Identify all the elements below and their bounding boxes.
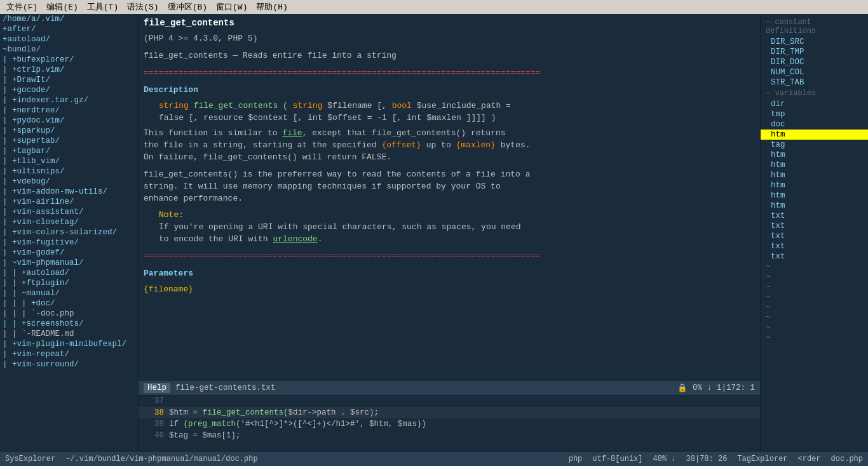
rp-var-tag[interactable]: tag <box>761 140 868 150</box>
note-link[interactable]: urlencode <box>273 234 317 244</box>
sidebar-item-32[interactable]: | +vim-plugin-minibufexpl/ <box>0 339 138 349</box>
rp-dir-doc[interactable]: DIR_DOC <box>761 57 868 67</box>
help-desc-section: Description <box>144 84 755 97</box>
status-position: 0% ↓ 1|172: 1 <box>693 383 755 392</box>
rp-var-htm1[interactable]: htm <box>761 150 868 160</box>
menu-help[interactable]: 帮助(H) <box>252 0 291 14</box>
sidebar-item-9[interactable]: | +nerdtree/ <box>0 105 138 116</box>
sidebar-item-34[interactable]: | +vim-surround/ <box>0 359 138 369</box>
rp-var-htm3[interactable]: htm <box>761 170 868 180</box>
rp-var-htm2[interactable]: htm <box>761 160 868 170</box>
menu-file[interactable]: 文件(F) <box>3 0 41 14</box>
sidebar-item-5[interactable]: | +ctrlp.vim/ <box>0 65 138 75</box>
rp-var-htm4[interactable]: htm <box>761 180 868 190</box>
help-sep1: ========================================… <box>144 67 755 79</box>
desc2-rest: bytes. <box>496 140 531 150</box>
help-area[interactable]: file_get_contents (PHP 4 >= 4.3.0, PHP 5… <box>139 14 760 381</box>
sidebar-item-15[interactable]: | +ultisnips/ <box>0 166 138 176</box>
note-line1: If you're opening a URI with special cha… <box>159 222 521 232</box>
code-38-p1: $htm = <box>169 408 203 417</box>
desc1-link[interactable]: file <box>282 128 302 138</box>
sb-docphp: doc.php <box>831 455 863 463</box>
rp-var-tmp[interactable]: tmp <box>761 109 868 119</box>
rp-num-col[interactable]: NUM_COL <box>761 67 868 77</box>
status-help-tag: Help <box>144 383 170 393</box>
status-filename: file-get-contents.txt <box>175 383 670 392</box>
sidebar-item-6[interactable]: | +DrawIt/ <box>0 75 138 85</box>
sidebar-item-18[interactable]: | +vim-airline/ <box>0 197 138 207</box>
help-params-section: Parameters <box>144 268 755 280</box>
sidebar-item-31[interactable]: | | `-README.md <box>0 329 138 339</box>
sb-percent: 48% ↓ <box>653 455 676 463</box>
rp-var-htm5[interactable]: htm <box>761 190 868 201</box>
sb-rder: <rder <box>798 455 821 463</box>
sidebar-item-16[interactable]: | +vdebug/ <box>0 176 138 187</box>
rp-var-htm6[interactable]: htm <box>761 201 868 211</box>
code-line-38: 38 $htm = file_get_contents($dir->path .… <box>139 407 760 418</box>
sidebar-item-20[interactable]: | +vim-closetag/ <box>0 217 138 227</box>
sidebar-item-28[interactable]: | | | +doc/ <box>0 298 138 309</box>
statusbar: SysExplorer ~/.vim/bundle/vim-phpmanual/… <box>0 452 868 466</box>
rp-var-dir[interactable]: dir <box>761 99 868 109</box>
rp-var-txt5[interactable]: txt <box>761 251 868 262</box>
menu-tools[interactable]: 工具(T) <box>83 0 122 14</box>
sidebar-item-13[interactable]: | +tagbar/ <box>0 146 138 156</box>
sidebar-item-10[interactable]: | +pydoc.vim/ <box>0 116 138 126</box>
sidebar-item-8[interactable]: | +indexer.tar.gz/ <box>0 95 138 105</box>
sidebar-item-14[interactable]: | +tlib_vim/ <box>0 156 138 166</box>
desc6: enhance performance. <box>144 194 243 203</box>
rp-tilde1: ~ <box>761 262 868 272</box>
status-line-col: 1|172: 1 <box>717 383 755 392</box>
code-line-37: 37 <box>139 396 760 407</box>
rp-tilde8: ~ <box>761 333 868 343</box>
sidebar-item-22[interactable]: | +vim-fugitive/ <box>0 237 138 248</box>
sidebar-item-29[interactable]: | | | `-doc.php <box>0 309 138 319</box>
sidebar-item-1[interactable]: +after/ <box>0 24 138 34</box>
rp-section-constants: — constant definitions <box>761 17 868 37</box>
sidebar-item-11[interactable]: | +sparkup/ <box>0 126 138 136</box>
rp-var-txt4[interactable]: txt <box>761 241 868 251</box>
sidebar-item-24[interactable]: | ~vim-phpmanual/ <box>0 258 138 268</box>
rp-var-doc[interactable]: doc <box>761 119 868 130</box>
code-39-func: preg_match <box>188 420 236 429</box>
sidebar-item-12[interactable]: | +supertab/ <box>0 136 138 146</box>
help-note-block: Note: If you're opening a URI with speci… <box>159 210 755 246</box>
rp-dir-tmp[interactable]: DIR_TMP <box>761 47 868 57</box>
rp-var-txt2[interactable]: txt <box>761 221 868 231</box>
menu-edit[interactable]: 编辑(E) <box>43 0 81 14</box>
sidebar-item-30[interactable]: | | +screenshots/ <box>0 319 138 329</box>
note-end: . <box>318 234 323 244</box>
sidebar-item-4[interactable]: | +bufexplorer/ <box>0 55 138 65</box>
sb-encoding: utf-8[unix] <box>592 455 642 463</box>
help-signature-block: string file_get_contents ( string $filen… <box>159 100 755 124</box>
sig-rest1: ( <box>278 101 292 110</box>
desc2-mid: up to <box>421 140 456 150</box>
rp-str-tab[interactable]: STR_TAB <box>761 77 868 88</box>
sidebar-item-33[interactable]: | +vim-repeat/ <box>0 349 138 359</box>
sidebar-item-21[interactable]: | +vim-colors-solarized/ <box>0 227 138 237</box>
desc1-text: This function is similar to <box>144 128 282 138</box>
rp-var-htm-active[interactable]: htm <box>761 130 868 140</box>
sidebar-item-0[interactable]: /home/a/.vim/ <box>0 14 138 24</box>
sidebar-item-3[interactable]: ~bundle/ <box>0 44 138 55</box>
rp-section-variables: — variables <box>761 88 868 99</box>
rp-dir-src[interactable]: DIR_SRC <box>761 37 868 47</box>
menu-buffer[interactable]: 缓冲区(B) <box>164 0 211 14</box>
line-num-38: 38 <box>141 408 164 417</box>
sidebar-item-19[interactable]: | +vim-assistant/ <box>0 207 138 217</box>
sidebar-item-7[interactable]: | +gocode/ <box>0 85 138 95</box>
menu-window[interactable]: 窗口(W) <box>212 0 251 14</box>
rp-var-txt1[interactable]: txt <box>761 211 868 221</box>
rp-tilde3: ~ <box>761 282 868 292</box>
sidebar-item-2[interactable]: +autoload/ <box>0 34 138 44</box>
right-panel: — constant definitions DIR_SRC DIR_TMP D… <box>760 14 868 452</box>
sidebar-item-27[interactable]: | | ~manual/ <box>0 288 138 298</box>
sidebar-item-23[interactable]: | +vim-godef/ <box>0 248 138 258</box>
rp-var-txt3[interactable]: txt <box>761 231 868 241</box>
code-area[interactable]: 37 38 $htm = file_get_contents($dir->pat… <box>139 395 760 452</box>
sidebar-item-26[interactable]: | | +ftplugin/ <box>0 278 138 288</box>
menu-syntax[interactable]: 语法(S) <box>123 0 162 14</box>
sidebar-item-25[interactable]: | | +autoload/ <box>0 268 138 278</box>
desc1-rest: , except that file_get_contents() return… <box>302 128 506 138</box>
sidebar-item-17[interactable]: | +vim-addon-mw-utils/ <box>0 187 138 197</box>
